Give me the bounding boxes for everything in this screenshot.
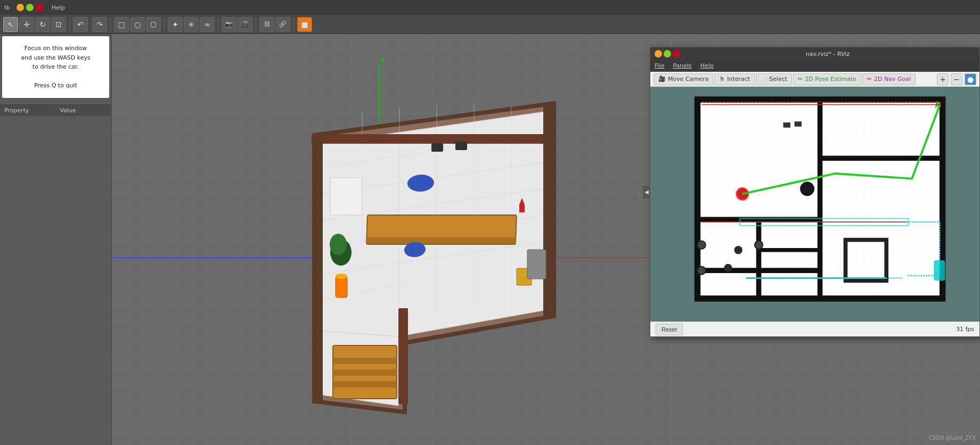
svg-point-61 [800,182,814,196]
svg-point-34 [330,234,347,255]
rviz-left-arrow[interactable]: ◀ [643,186,650,199]
svg-rect-22 [313,135,323,401]
svg-rect-27 [333,358,397,364]
move-camera-button[interactable]: 🎥 Move Camera [654,73,713,85]
rviz-minus-button[interactable]: − [951,73,962,85]
svg-rect-28 [333,369,397,376]
svg-rect-41 [455,142,467,150]
nav-goal-button[interactable]: ✏ 2D Nav Goal [862,73,916,85]
select-icon: ⬜ [761,76,767,82]
pose-estimate-icon: ✏ [798,76,803,83]
nav-goal-icon: ✏ [867,76,872,83]
sep6 [293,18,294,31]
rviz-window-controls [655,50,680,57]
maximize-button[interactable] [26,4,34,11]
rviz-minimize-button[interactable] [655,50,662,57]
focus-line1: Focus on this window [24,45,87,52]
light-tool[interactable]: ✦ [168,17,183,32]
menu-help[interactable]: Help [52,4,65,11]
titlebar-label: tk [4,4,10,11]
rviz-toolbar: 🎥 Move Camera 🖱 Interact ⬜ Select ✏ 2D P… [650,72,979,87]
box-tool[interactable]: □ [114,17,129,32]
move-tool[interactable]: ✛ [19,17,34,32]
focus-line5: Press Q to quit [34,82,77,89]
left-panel: Focus on this window and use the WASD ke… [0,34,112,445]
scale-tool[interactable]: ⊡ [51,17,66,32]
svg-rect-40 [431,143,443,152]
focus-line2: and use the WASD keys [21,54,90,61]
sep5 [256,18,256,31]
svg-rect-42 [527,250,546,279]
rviz-plus-button[interactable]: + [937,73,949,85]
particle-tool[interactable]: ✳ [184,17,199,32]
rviz-map-area[interactable] [650,87,979,322]
sep1 [69,18,70,31]
fps-display: 31 fps [956,326,974,333]
redo-button[interactable]: ↷ [92,17,107,32]
camera1-tool[interactable]: 📷 [222,17,236,32]
nav-goal-label: 2D Nav Goal [874,76,911,83]
orange-accent-button[interactable]: ■ [297,17,312,32]
svg-rect-29 [333,381,397,388]
svg-rect-58 [795,121,802,127]
cylinder-tool[interactable]: ⬡ [146,17,161,32]
pose-estimate-button[interactable]: ✏ 2D Pose Estimate [793,73,861,85]
sep3 [164,18,165,31]
link1-tool[interactable]: ⛓ [259,17,274,32]
rviz-menu-panels[interactable]: Panels [673,62,691,69]
move-camera-label: Move Camera [668,76,708,83]
select-label: Select [769,76,787,83]
rviz-titlebar: nav.rviz* - RViz [650,47,979,60]
rviz-bottom-bar: Reset 31 fps [650,322,979,336]
interact-button[interactable]: 🖱 Interact [714,73,755,85]
wave-tool[interactable]: ≈ [200,17,215,32]
rviz-reset-button[interactable]: Reset [656,324,683,335]
rviz-title: nav.rviz* - RViz [680,51,975,57]
close-button[interactable] [36,4,43,11]
link2-tool[interactable]: 🔗 [275,17,290,32]
select-button[interactable]: ⬜ Select [756,73,792,85]
svg-point-72 [698,241,706,249]
svg-point-73 [698,266,706,274]
rotate-tool[interactable]: ↻ [35,17,50,32]
main-toolbar: ↖ ✛ ↻ ⊡ ↶ ↷ □ ○ ⬡ ✦ ✳ ≈ 📷 🎬 ⛓ 🔗 ■ [0,15,980,34]
svg-point-74 [755,241,763,249]
value-col: Value [56,105,112,116]
property-header: Property Value [0,104,111,116]
sep-btn [89,17,91,32]
rviz-maximize-button[interactable] [664,50,671,57]
rviz-menubar: File Panels Help [650,60,979,72]
sphere-tool[interactable]: ○ [130,17,145,32]
rviz-menu-help[interactable]: Help [700,62,714,69]
window-controls [17,4,43,11]
titlebar: tk Help [0,0,980,15]
focus-line3: to drive the car. [32,63,79,70]
svg-rect-35 [336,276,347,298]
svg-rect-21 [543,103,555,316]
rviz-map-svg [650,87,979,322]
sep2 [110,18,111,31]
svg-rect-20 [312,134,552,144]
pose-estimate-label: 2D Pose Estimate [805,76,856,83]
watermark: CSDN @Lord_ZYX [929,435,976,441]
svg-point-63 [724,264,732,272]
property-col: Property [0,105,56,116]
interact-icon: 🖱 [719,76,725,83]
move-camera-icon: 🎥 [658,76,666,83]
undo-button[interactable]: ↶ [73,17,88,32]
camera2-tool[interactable]: 🎬 [238,17,252,32]
focus-notice: Focus on this window and use the WASD ke… [2,36,109,98]
svg-point-62 [734,246,742,254]
svg-point-36 [336,274,347,279]
select-arrow-tool[interactable]: ↖ [3,17,18,32]
svg-rect-76 [934,260,945,281]
rviz-close-button[interactable] [673,50,680,57]
rviz-menu-file[interactable]: File [655,62,664,69]
main-3d-viewport[interactable]: Y X ◀ ▶ nav.rviz* - RViz File Panels Hel… [112,34,980,445]
interact-label: Interact [727,76,750,83]
svg-text:Y: Y [380,57,385,65]
svg-rect-38 [519,204,525,212]
rviz-window: ◀ ▶ nav.rviz* - RViz File Panels Help 🎥 … [650,47,980,337]
minimize-button[interactable] [17,4,24,11]
rviz-blue-button[interactable]: ● [965,73,976,85]
